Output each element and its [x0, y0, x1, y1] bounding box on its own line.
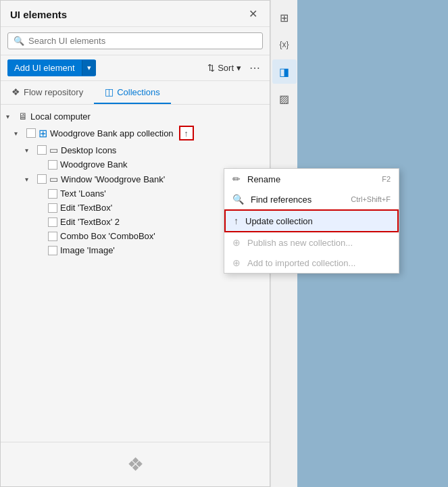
- chevron-window-woodgrove: ▾: [25, 176, 34, 183]
- add-dropdown-arrow[interactable]: ▾: [82, 60, 96, 76]
- tabs-bar: ❖ Flow repository ◫ Collections: [1, 81, 270, 105]
- bottom-icon-area: ❖: [1, 442, 270, 486]
- checkbox-edit-textbox-2[interactable]: [48, 217, 57, 227]
- toolbar: Add UI element ▾ ⇅ Sort ▾ ⋯: [1, 55, 270, 81]
- bottom-stack-icon: ❖: [127, 453, 144, 476]
- tree-item-desktop-icons[interactable]: ▾ ▭ Desktop Icons: [1, 143, 270, 157]
- checkbox-edit-textbox[interactable]: [48, 203, 57, 213]
- find-references-icon: 🔍: [232, 194, 244, 205]
- label-woodgrove-bank: Woodgrove Bank app collection: [50, 128, 174, 138]
- label-local-computer: Local computer: [30, 111, 91, 122]
- flow-repo-icon: ❖: [11, 86, 20, 97]
- sidebar-btn-stack[interactable]: ◨: [272, 59, 297, 84]
- add-imported-icon: ⊕: [232, 257, 241, 268]
- collections-icon: ◫: [105, 86, 114, 97]
- checkbox-woodgrove-bank-item[interactable]: [48, 160, 57, 170]
- upload-button[interactable]: ↑: [179, 126, 194, 140]
- ctx-rename-label: Rename: [247, 174, 280, 184]
- panel-title: UI elements: [10, 9, 67, 20]
- add-ui-element-button[interactable]: Add UI element ▾: [7, 59, 96, 76]
- icon-desktop-icons: ▭: [49, 145, 58, 155]
- main-panel: UI elements ✕ 🔍 Add UI element ▾ ⇅ Sort …: [0, 0, 270, 487]
- checkbox-window-woodgrove[interactable]: [37, 174, 47, 184]
- update-collection-icon: ↑: [234, 215, 239, 226]
- stack-icon: ◨: [279, 66, 289, 78]
- checkbox-image-image[interactable]: [48, 246, 57, 255]
- ctx-publish-new: ⊕ Publish as new collection...: [224, 232, 399, 253]
- chevron-local-computer: ▾: [6, 113, 16, 120]
- label-text-loans: Text 'Loans': [60, 188, 106, 199]
- sort-button[interactable]: ⇅ Sort ▾: [207, 63, 241, 73]
- label-edit-textbox-2: Edit 'TextBox' 2: [60, 217, 120, 227]
- context-menu: ✏ Rename F2 🔍 Find references Ctrl+Shift…: [224, 168, 399, 274]
- tab-flow-repository[interactable]: ❖ Flow repository: [1, 81, 94, 104]
- sidebar-btn-image[interactable]: ▨: [272, 86, 297, 111]
- chevron-desktop-icons: ▾: [25, 147, 34, 154]
- ctx-find-references-label: Find references: [251, 195, 312, 205]
- ctx-add-imported-label: Add to imported collection...: [247, 258, 355, 268]
- ctx-rename[interactable]: ✏ Rename F2: [224, 169, 399, 189]
- search-input[interactable]: [28, 36, 257, 46]
- ctx-rename-shortcut: F2: [382, 175, 391, 183]
- sort-label: Sort: [218, 63, 234, 73]
- tree-item-local-computer[interactable]: ▾ 🖥 Local computer: [1, 109, 270, 124]
- label-image-image: Image 'Image': [60, 245, 115, 255]
- publish-new-icon: ⊕: [232, 237, 241, 248]
- label-combo-box: Combo Box 'ComboBox': [60, 231, 155, 241]
- ctx-find-references[interactable]: 🔍 Find references Ctrl+Shift+F: [224, 189, 399, 209]
- sidebar-btn-layers[interactable]: ⊞: [272, 5, 297, 30]
- layers-icon: ⊞: [280, 11, 289, 24]
- icon-local-computer: 🖥: [18, 111, 28, 122]
- title-bar: UI elements ✕: [1, 1, 270, 27]
- tab-collections-label: Collections: [117, 87, 160, 97]
- search-icon: 🔍: [14, 36, 24, 46]
- search-input-wrap: 🔍: [7, 32, 263, 49]
- ctx-publish-new-label: Publish as new collection...: [247, 238, 353, 248]
- ctx-update-collection-label: Update collection: [245, 216, 313, 226]
- image-icon: ▨: [279, 93, 289, 105]
- tree-item-woodgrove-bank[interactable]: ▾ ⊞ Woodgrove Bank app collection ↑: [1, 124, 270, 143]
- checkbox-woodgrove-bank[interactable]: [26, 128, 36, 138]
- checkbox-text-loans[interactable]: [48, 189, 57, 199]
- braces-icon: {x}: [279, 40, 289, 49]
- add-main[interactable]: Add UI element: [7, 59, 82, 76]
- search-bar: 🔍: [1, 27, 270, 55]
- label-window-woodgrove: Window 'Woodgrove Bank': [61, 174, 165, 184]
- ctx-update-collection[interactable]: ↑ Update collection: [224, 209, 399, 232]
- icon-woodgrove-bank: ⊞: [39, 127, 47, 140]
- upload-icon: ↑: [184, 128, 189, 138]
- checkbox-combo-box[interactable]: [48, 232, 57, 241]
- tab-flow-repo-label: Flow repository: [24, 87, 83, 97]
- checkbox-desktop-icons[interactable]: [37, 145, 47, 155]
- close-button[interactable]: ✕: [246, 7, 260, 21]
- chevron-woodgrove-bank: ▾: [14, 130, 24, 137]
- label-desktop-icons: Desktop Icons: [61, 145, 116, 155]
- rename-icon: ✏: [232, 174, 241, 184]
- tab-collections[interactable]: ◫ Collections: [94, 81, 171, 104]
- label-woodgrove-bank-item: Woodgrove Bank: [60, 159, 128, 170]
- sort-chevron: ▾: [237, 63, 241, 73]
- icon-window-woodgrove: ▭: [49, 174, 58, 184]
- more-options-button[interactable]: ⋯: [247, 60, 263, 76]
- ctx-find-references-shortcut: Ctrl+Shift+F: [351, 195, 391, 203]
- sort-icon: ⇅: [207, 63, 215, 73]
- ctx-add-imported: ⊕ Add to imported collection...: [224, 253, 399, 273]
- sidebar-btn-braces[interactable]: {x}: [272, 32, 297, 57]
- label-edit-textbox: Edit 'TextBox': [60, 203, 112, 213]
